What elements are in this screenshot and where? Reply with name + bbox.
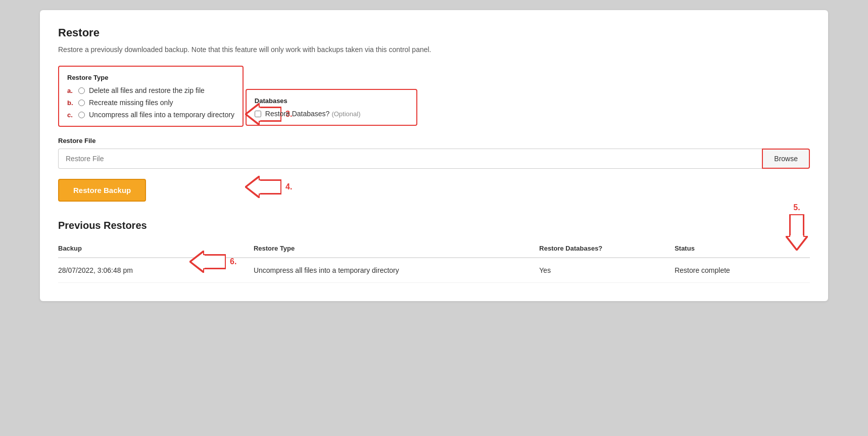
option-b-text: Recreate missing files only: [89, 99, 173, 107]
browse-button[interactable]: Browse: [762, 149, 810, 169]
annotation-4-label: 4.: [285, 182, 292, 191]
restore-backup-wrapper: Restore Backup: [58, 179, 146, 202]
optional-text: (Optional): [331, 110, 360, 118]
restore-backup-button[interactable]: Restore Backup: [58, 179, 146, 202]
row-databases: Yes: [539, 258, 674, 283]
page-description: Restore a previously downloaded backup. …: [58, 45, 810, 54]
page-title: Restore: [58, 26, 810, 39]
restore-option-c[interactable]: c. Uncompress all files into a temporary…: [67, 111, 234, 119]
option-c-prefix: c.: [67, 111, 75, 119]
option-c-text: Uncompress all files into a temporary di…: [89, 111, 234, 119]
radio-option-b[interactable]: [78, 100, 85, 106]
col-restore-type-header: Restore Type: [254, 239, 539, 258]
restore-file-row: Browse: [58, 149, 810, 169]
col-databases-header: Restore Databases?: [539, 239, 674, 258]
restore-type-label: Restore Type: [67, 74, 234, 81]
restore-file-input[interactable]: [58, 149, 762, 169]
databases-label: Databases: [255, 97, 408, 105]
restore-option-b[interactable]: b. Recreate missing files only: [67, 99, 234, 107]
radio-option-c[interactable]: [78, 112, 85, 118]
table-row: 28/07/2022, 3:06:48 pm Uncompress all fi…: [58, 258, 810, 283]
restore-file-label: Restore File: [58, 137, 810, 144]
databases-section: Databases Restore Databases? (Optional): [246, 89, 417, 126]
previous-restores-table: Backup Restore Type Restore Databases? S…: [58, 239, 810, 283]
option-a-prefix: a.: [67, 87, 75, 94]
previous-restores-heading: Previous Restores: [58, 220, 810, 231]
row-status: Restore complete: [674, 258, 810, 283]
restore-option-a[interactable]: a. Delete all files and restore the zip …: [67, 86, 234, 94]
row-restore-type: Uncompress all files into a temporary di…: [254, 258, 539, 283]
annotation-4: 4.: [245, 176, 292, 198]
annotation-5-label: 5.: [793, 203, 800, 212]
restore-databases-checkbox[interactable]: [255, 111, 261, 117]
option-b-prefix: b.: [67, 99, 75, 107]
annotation-6: 6.: [189, 251, 236, 273]
annotation-6-label: 6.: [230, 257, 236, 266]
annotation-5: 5.: [786, 203, 808, 251]
restore-databases-row[interactable]: Restore Databases? (Optional): [255, 110, 408, 118]
restore-type-section: Restore Type a. Delete all files and res…: [58, 66, 244, 127]
option-a-text: Delete all files and restore the zip fil…: [89, 86, 205, 94]
restore-databases-text: Restore Databases?: [265, 110, 330, 118]
radio-option-a[interactable]: [78, 87, 85, 94]
